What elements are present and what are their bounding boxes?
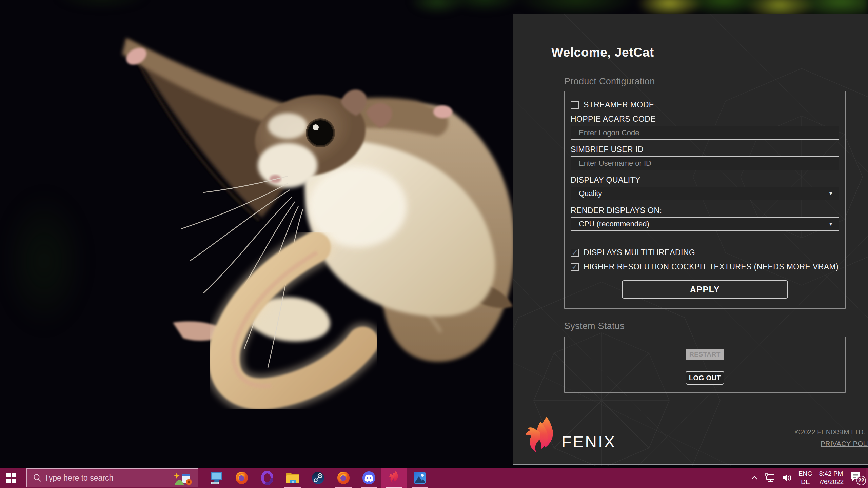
clock-date: 7/6/2022: [818, 478, 844, 486]
multithreading-checkbox[interactable]: ✓: [571, 249, 579, 257]
restart-button[interactable]: RESTART: [686, 349, 724, 360]
taskbar-icon-photos[interactable]: [407, 468, 432, 488]
display-quality-label: DISPLAY QUALITY: [571, 176, 640, 185]
hoppie-acars-label: HOPPIE ACARS CODE: [571, 115, 656, 124]
chevron-down-icon: ▼: [828, 221, 833, 227]
hires-textures-row[interactable]: ✓ HIGHER RESOLUTION COCKPIT TEXTURES (NE…: [571, 262, 839, 271]
file-explorer-icon: [285, 472, 300, 484]
apply-button[interactable]: APPLY: [622, 280, 788, 299]
chevron-down-icon: ▼: [828, 191, 833, 196]
volume-icon[interactable]: [782, 473, 792, 482]
streamer-mode-row[interactable]: STREAMER MODE: [571, 100, 654, 109]
clock[interactable]: 8:42 PM 7/6/2022: [818, 470, 844, 486]
simbrief-input[interactable]: [571, 156, 839, 170]
taskbar-icon-firefox[interactable]: [229, 468, 254, 488]
steam-icon: [311, 471, 325, 485]
privacy-policy-link[interactable]: PRIVACY POLICY: [821, 440, 868, 448]
opera-gx-icon: [260, 471, 274, 485]
fenix-app-window: Welcome, JetCat Product Configuration ST…: [513, 14, 868, 465]
logout-button[interactable]: LOG OUT: [686, 371, 724, 385]
firefox-icon: [337, 471, 350, 485]
flying-squirrel-photo: [0, 0, 515, 468]
tray-chevron-up-icon[interactable]: [750, 475, 758, 481]
start-button[interactable]: [0, 468, 22, 488]
taskbar-search[interactable]: [26, 468, 198, 487]
notification-count-badge: 22: [856, 476, 866, 485]
welcome-title: Welcome, JetCat: [551, 45, 654, 60]
taskbar-icon-opera-gx[interactable]: [254, 468, 280, 488]
taskbar-app-icons: [203, 468, 432, 488]
render-displays-value: CPU (recommended): [579, 220, 649, 228]
display-quality-value: Quality: [579, 189, 602, 198]
display-quality-select[interactable]: Quality ▼: [571, 187, 839, 200]
search-highlights-icon[interactable]: [174, 471, 193, 486]
taskbar-icon-fenix[interactable]: [381, 468, 407, 488]
taskbar-icon-discord[interactable]: [356, 468, 381, 488]
language-secondary: DE: [798, 478, 812, 486]
discord-icon: [362, 471, 376, 485]
multithreading-label: DISPLAYS MULTITHREADING: [584, 248, 695, 257]
hires-textures-label: HIGHER RESOLUTION COCKPIT TEXTURES (NEED…: [584, 262, 839, 271]
system-status-panel: RESTART LOG OUT: [564, 337, 846, 393]
product-configuration-title: Product Configuration: [564, 76, 655, 87]
network-icon[interactable]: [765, 473, 775, 483]
simbrief-label: SIMBRIEF USER ID: [571, 145, 644, 154]
system-tray: ENG DE 8:42 PM 7/6/2022 22: [750, 468, 865, 488]
hires-textures-checkbox[interactable]: ✓: [571, 263, 579, 271]
taskbar-icon-file-explorer[interactable]: [280, 468, 305, 488]
render-displays-select[interactable]: CPU (recommended) ▼: [571, 217, 839, 231]
firefox-icon: [235, 471, 249, 485]
taskbar-icon-my-computer[interactable]: [203, 468, 229, 488]
screen: Welcome, JetCat Product Configuration ST…: [0, 0, 868, 488]
taskbar: ENG DE 8:42 PM 7/6/2022 22: [0, 468, 868, 488]
language-primary: ENG: [798, 470, 812, 478]
fenix-logo-icon: [525, 416, 559, 460]
render-displays-label: RENDER DISPLAYS ON:: [571, 206, 662, 215]
hoppie-acars-input[interactable]: [571, 126, 839, 140]
photos-icon: [413, 471, 427, 485]
streamer-mode-checkbox[interactable]: [571, 101, 579, 109]
my-computer-icon: [209, 471, 223, 485]
system-status-title: System Status: [564, 321, 625, 331]
product-configuration-panel: STREAMER MODE HOPPIE ACARS CODE SIMBRIEF…: [564, 91, 846, 309]
action-center-button[interactable]: 22: [850, 471, 865, 485]
checkmark-icon: ✓: [572, 263, 578, 271]
search-icon: [33, 473, 42, 482]
checkmark-icon: ✓: [572, 249, 578, 257]
fenix-brand-name: FENIX: [561, 432, 616, 451]
language-indicator[interactable]: ENG DE: [798, 470, 812, 486]
copyright-text: ©2022 FENIXSIM LTD.: [795, 428, 865, 436]
fenix-phoenix-icon: [389, 471, 400, 485]
taskbar-icon-steam[interactable]: [305, 468, 331, 488]
windows-logo-icon: [6, 473, 16, 483]
taskbar-icon-firefox-2[interactable]: [331, 468, 356, 488]
streamer-mode-label: STREAMER MODE: [584, 100, 654, 109]
clock-time: 8:42 PM: [818, 470, 844, 478]
show-desktop-button[interactable]: [866, 468, 868, 488]
multithreading-row[interactable]: ✓ DISPLAYS MULTITHREADING: [571, 248, 695, 257]
